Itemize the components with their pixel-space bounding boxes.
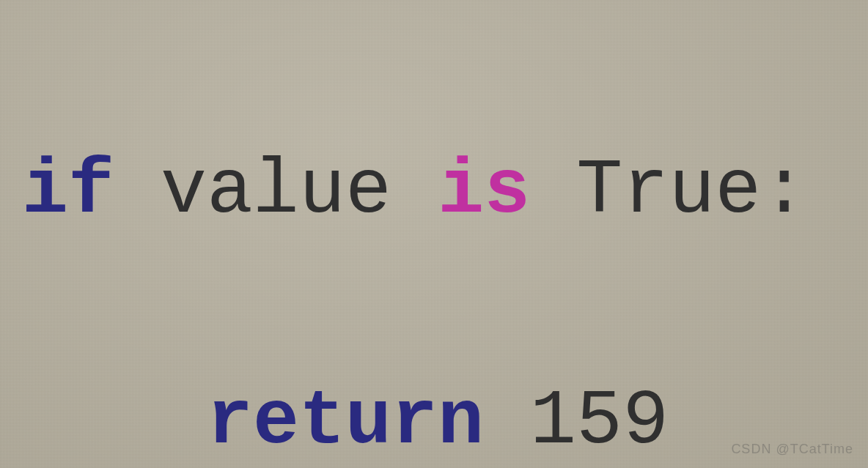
number-159: 159 (530, 379, 669, 466)
colon: : (761, 148, 807, 235)
keyword-return: return (207, 379, 484, 466)
operator-is: is (438, 148, 530, 235)
code-line-1: if value is True: (22, 134, 846, 250)
identifier-value: value (161, 148, 391, 235)
keyword-if: if (22, 148, 114, 235)
literal-true: True (576, 148, 761, 235)
code-block: if value is True: return 159 else: retur… (22, 18, 846, 468)
watermark-text: CSDN @TCatTime (731, 439, 853, 459)
code-line-2: return 159 (22, 365, 846, 469)
